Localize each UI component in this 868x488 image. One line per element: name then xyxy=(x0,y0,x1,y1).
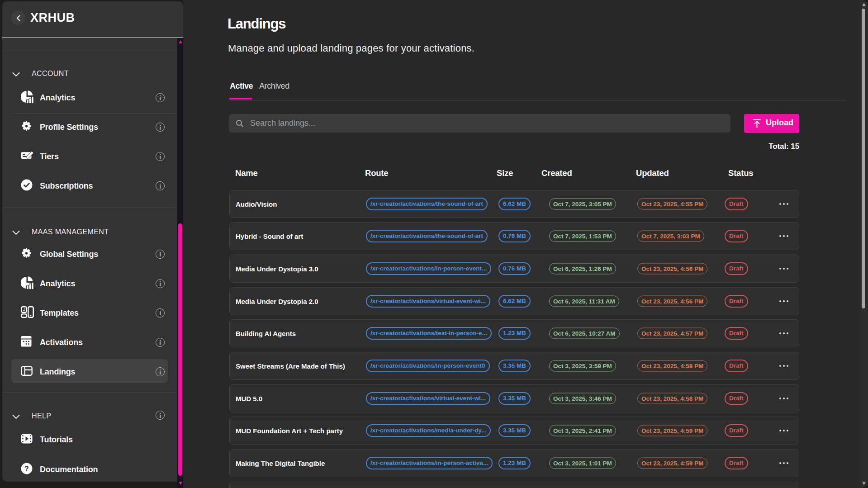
svg-text:?: ? xyxy=(24,464,29,472)
